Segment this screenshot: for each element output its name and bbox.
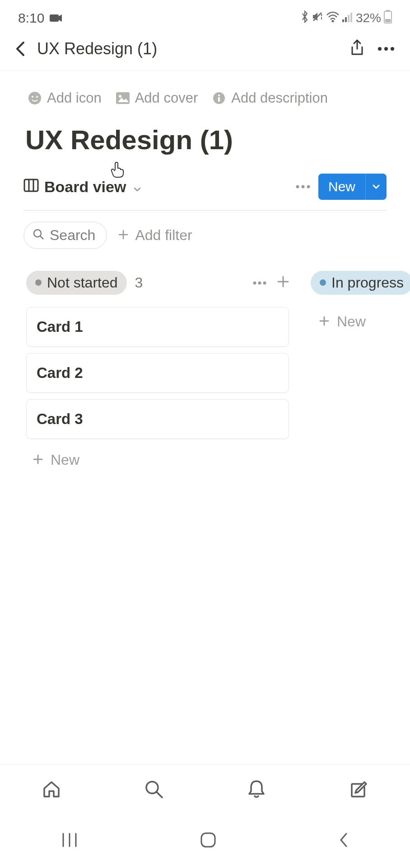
nav-notifications[interactable] xyxy=(243,776,270,803)
column-count: 3 xyxy=(135,274,143,291)
status-time: 8:10 xyxy=(18,10,44,26)
view-more-button[interactable] xyxy=(295,185,311,189)
board-column-not-started: Not started 3 Card 1 Card 2 Card 3 New xyxy=(26,272,289,475)
search-label: Search xyxy=(50,227,95,244)
view-switcher[interactable]: Board view xyxy=(23,178,141,196)
plus-icon xyxy=(319,313,330,330)
svg-rect-8 xyxy=(350,13,352,22)
nav-compose[interactable] xyxy=(345,776,373,803)
svg-rect-5 xyxy=(342,19,344,22)
mute-icon xyxy=(312,11,323,26)
svg-point-34 xyxy=(258,282,261,285)
svg-point-27 xyxy=(301,185,304,189)
new-card-button[interactable]: New xyxy=(26,445,289,475)
svg-point-16 xyxy=(32,96,33,98)
status-dot-icon xyxy=(320,279,326,286)
new-button-dropdown[interactable] xyxy=(365,174,387,200)
add-filter-label: Add filter xyxy=(135,227,192,244)
top-nav: UX Redesign (1) xyxy=(0,33,410,71)
add-description-button[interactable]: Add description xyxy=(212,90,328,106)
svg-point-26 xyxy=(296,185,299,189)
board-icon xyxy=(23,178,39,196)
info-icon xyxy=(212,91,226,105)
svg-point-28 xyxy=(307,185,310,189)
board-card[interactable]: Card 3 xyxy=(26,399,289,439)
add-cover-label: Add cover xyxy=(135,90,198,106)
status-pill-not-started[interactable]: Not started xyxy=(26,271,127,295)
plus-icon xyxy=(118,227,129,244)
svg-point-4 xyxy=(332,21,333,22)
battery-icon xyxy=(384,10,392,27)
svg-rect-47 xyxy=(201,833,215,847)
svg-line-43 xyxy=(157,792,162,797)
emoji-icon xyxy=(28,91,42,105)
svg-point-29 xyxy=(34,230,41,237)
sys-back-button[interactable] xyxy=(338,832,349,850)
more-icon[interactable] xyxy=(377,45,395,53)
svg-rect-18 xyxy=(116,92,130,104)
svg-point-15 xyxy=(28,92,41,104)
search-icon xyxy=(33,227,44,244)
camera-icon xyxy=(50,10,62,26)
status-label: Not started xyxy=(47,274,118,291)
board-card[interactable]: Card 1 xyxy=(26,307,289,347)
svg-point-19 xyxy=(119,95,121,98)
chevron-down-icon xyxy=(133,178,141,196)
bluetooth-icon xyxy=(301,10,309,26)
status-label: In progress xyxy=(331,274,404,291)
back-button[interactable] xyxy=(11,40,31,58)
svg-point-33 xyxy=(253,282,256,285)
nav-search[interactable] xyxy=(140,776,168,803)
new-button: New xyxy=(318,174,387,200)
board-area: Not started 3 Card 1 Card 2 Card 3 New xyxy=(0,249,410,475)
board-column-in-progress: In progress New xyxy=(311,272,410,475)
column-more-button[interactable] xyxy=(253,278,266,287)
page-title[interactable]: UX Redesign (1) xyxy=(0,106,410,156)
svg-rect-0 xyxy=(50,14,59,22)
battery-text: 32% xyxy=(356,11,381,25)
svg-point-21 xyxy=(218,94,220,96)
svg-line-30 xyxy=(40,236,43,239)
new-card-label: New xyxy=(337,313,366,330)
page-meta-row: Add icon Add cover Add description xyxy=(0,71,410,106)
image-icon xyxy=(116,91,130,105)
cursor-hand-icon xyxy=(109,161,125,183)
signal-icon xyxy=(342,11,353,25)
svg-point-17 xyxy=(36,96,38,98)
android-status-bar: 8:10 32% xyxy=(0,0,410,33)
svg-point-13 xyxy=(384,47,388,51)
share-icon[interactable] xyxy=(349,39,365,59)
app-bottom-nav xyxy=(0,764,410,814)
status-dot-icon xyxy=(35,279,42,286)
view-controls: Board view New xyxy=(23,174,387,211)
svg-point-12 xyxy=(378,47,382,51)
new-button-main[interactable]: New xyxy=(318,174,365,200)
add-icon-button[interactable]: Add icon xyxy=(28,90,102,106)
new-card-label: New xyxy=(51,452,79,468)
nav-title[interactable]: UX Redesign (1) xyxy=(37,39,349,58)
svg-point-35 xyxy=(263,282,266,285)
nav-home[interactable] xyxy=(38,776,65,803)
svg-rect-22 xyxy=(218,97,220,102)
add-filter-button[interactable]: Add filter xyxy=(118,227,192,244)
filter-row: Search Add filter xyxy=(0,211,410,249)
add-description-label: Add description xyxy=(231,90,328,106)
svg-rect-11 xyxy=(385,19,391,22)
sys-recent-button[interactable] xyxy=(61,833,78,849)
add-cover-button[interactable]: Add cover xyxy=(116,90,198,106)
svg-point-14 xyxy=(391,47,394,51)
search-button[interactable]: Search xyxy=(23,222,107,249)
svg-rect-23 xyxy=(24,179,38,191)
plus-icon xyxy=(33,452,43,468)
svg-rect-7 xyxy=(348,15,349,22)
sys-home-button[interactable] xyxy=(200,832,216,850)
android-system-nav xyxy=(0,814,410,868)
add-icon-label: Add icon xyxy=(47,90,102,106)
column-add-button[interactable] xyxy=(277,276,289,289)
status-pill-in-progress[interactable]: In progress xyxy=(311,271,410,295)
svg-rect-6 xyxy=(345,17,347,22)
board-card[interactable]: Card 2 xyxy=(26,353,289,393)
column-header: In progress xyxy=(311,272,410,293)
wifi-icon xyxy=(326,11,340,25)
new-card-button[interactable]: New xyxy=(311,307,410,336)
